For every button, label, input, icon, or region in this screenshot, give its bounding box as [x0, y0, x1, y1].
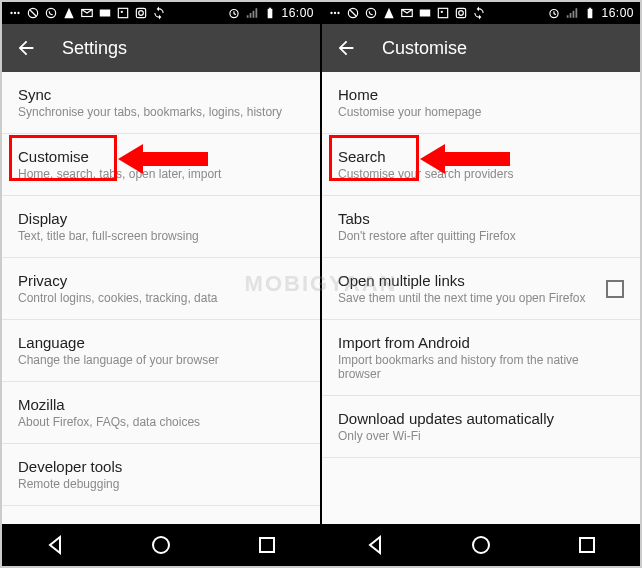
svg-point-9 — [121, 11, 123, 13]
whatsapp-icon — [364, 6, 378, 20]
nav-recent[interactable] — [575, 533, 599, 557]
back-button[interactable] — [14, 36, 38, 60]
svg-rect-26 — [438, 8, 447, 17]
item-sync[interactable]: SyncSynchronise your tabs, bookmarks, lo… — [2, 72, 320, 134]
mail-icon — [400, 6, 414, 20]
app-icon — [382, 6, 396, 20]
checkbox-open-multiple[interactable] — [606, 280, 624, 298]
item-sub: Import bookmarks and history from the na… — [338, 353, 624, 381]
svg-rect-8 — [118, 8, 127, 17]
more-icon — [328, 6, 342, 20]
nav-bar — [2, 524, 320, 566]
item-sub: Synchronise your tabs, bookmarks, logins… — [18, 105, 304, 119]
sync-icon — [152, 6, 166, 20]
mail-icon — [80, 6, 94, 20]
alarm-icon — [547, 6, 561, 20]
item-sub: Change the language of your browser — [18, 353, 304, 367]
page-title: Customise — [382, 38, 467, 59]
nav-back[interactable] — [43, 533, 67, 557]
instagram-icon — [134, 6, 148, 20]
item-title: Privacy — [18, 272, 304, 289]
block-icon — [26, 6, 40, 20]
svg-rect-32 — [589, 8, 591, 9]
app-icon — [62, 6, 76, 20]
item-sub: Text, title bar, full-screen browsing — [18, 229, 304, 243]
status-bar: 16:00 — [322, 2, 640, 24]
nav-home[interactable] — [469, 533, 493, 557]
item-customise[interactable]: CustomiseHome, search, tabs, open later,… — [2, 134, 320, 196]
item-sub: Home, search, tabs, open later, import — [18, 167, 304, 181]
settings-list: SyncSynchronise your tabs, bookmarks, lo… — [2, 72, 320, 524]
svg-point-2 — [17, 12, 19, 14]
block-icon — [346, 6, 360, 20]
phone-right: 16:00 Customise HomeCustomise your homep… — [322, 2, 640, 566]
back-button[interactable] — [334, 36, 358, 60]
sync-icon — [472, 6, 486, 20]
mail2-icon — [418, 6, 432, 20]
item-title: Developer tools — [18, 458, 304, 475]
item-display[interactable]: DisplayText, title bar, full-screen brow… — [2, 196, 320, 258]
svg-point-18 — [330, 12, 332, 14]
item-sub: Only over Wi-Fi — [338, 429, 624, 443]
svg-point-0 — [10, 12, 12, 14]
svg-point-5 — [46, 8, 55, 17]
mail2-icon — [98, 6, 112, 20]
item-title: Tabs — [338, 210, 624, 227]
item-title: Open multiple links — [338, 272, 594, 289]
item-sub: Control logins, cookies, tracking, data — [18, 291, 304, 305]
item-sub: Save them until the next time you open F… — [338, 291, 594, 305]
nav-back[interactable] — [363, 533, 387, 557]
item-sub: Customise your search providers — [338, 167, 624, 181]
item-language[interactable]: LanguageChange the language of your brow… — [2, 320, 320, 382]
svg-line-22 — [350, 10, 357, 17]
instagram-icon — [454, 6, 468, 20]
item-sub: Customise your homepage — [338, 105, 624, 119]
item-search[interactable]: SearchCustomise your search providers — [322, 134, 640, 196]
customise-list: HomeCustomise your homepage SearchCustom… — [322, 72, 640, 524]
item-developer-tools[interactable]: Developer toolsRemote debugging — [2, 444, 320, 506]
item-home[interactable]: HomeCustomise your homepage — [322, 72, 640, 134]
item-mozilla[interactable]: MozillaAbout Firefox, FAQs, data choices — [2, 382, 320, 444]
app-bar: Customise — [322, 24, 640, 72]
battery-icon — [583, 6, 597, 20]
item-open-multiple-links[interactable]: Open multiple linksSave them until the n… — [322, 258, 640, 320]
item-title: Mozilla — [18, 396, 304, 413]
svg-rect-14 — [269, 8, 271, 9]
svg-rect-13 — [268, 9, 273, 18]
item-sub: Remote debugging — [18, 477, 304, 491]
item-title: Language — [18, 334, 304, 351]
clock: 16:00 — [281, 6, 314, 20]
status-bar: 16:00 — [2, 2, 320, 24]
svg-point-11 — [139, 11, 144, 16]
svg-rect-16 — [260, 538, 274, 552]
battery-icon — [263, 6, 277, 20]
svg-point-27 — [441, 11, 443, 13]
item-title: Home — [338, 86, 624, 103]
svg-point-1 — [14, 12, 16, 14]
svg-rect-28 — [456, 8, 465, 17]
signal-icon — [245, 6, 259, 20]
nav-home[interactable] — [149, 533, 173, 557]
page-title: Settings — [62, 38, 127, 59]
nav-recent[interactable] — [255, 533, 279, 557]
item-title: Import from Android — [338, 334, 624, 351]
item-title: Sync — [18, 86, 304, 103]
item-title: Display — [18, 210, 304, 227]
clock: 16:00 — [601, 6, 634, 20]
photo-icon — [116, 6, 130, 20]
alarm-icon — [227, 6, 241, 20]
item-import-android[interactable]: Import from AndroidImport bookmarks and … — [322, 320, 640, 396]
item-privacy[interactable]: PrivacyControl logins, cookies, tracking… — [2, 258, 320, 320]
svg-rect-31 — [588, 9, 593, 18]
app-bar: Settings — [2, 24, 320, 72]
svg-line-4 — [30, 10, 37, 17]
item-download-updates[interactable]: Download updates automaticallyOnly over … — [322, 396, 640, 458]
svg-rect-10 — [136, 8, 145, 17]
svg-point-33 — [473, 537, 489, 553]
svg-rect-7 — [100, 10, 111, 17]
whatsapp-icon — [44, 6, 58, 20]
item-tabs[interactable]: TabsDon't restore after quitting Firefox — [322, 196, 640, 258]
more-icon — [8, 6, 22, 20]
svg-point-19 — [334, 12, 336, 14]
dual-phone-container: 16:00 Settings SyncSynchronise your tabs… — [0, 0, 642, 568]
